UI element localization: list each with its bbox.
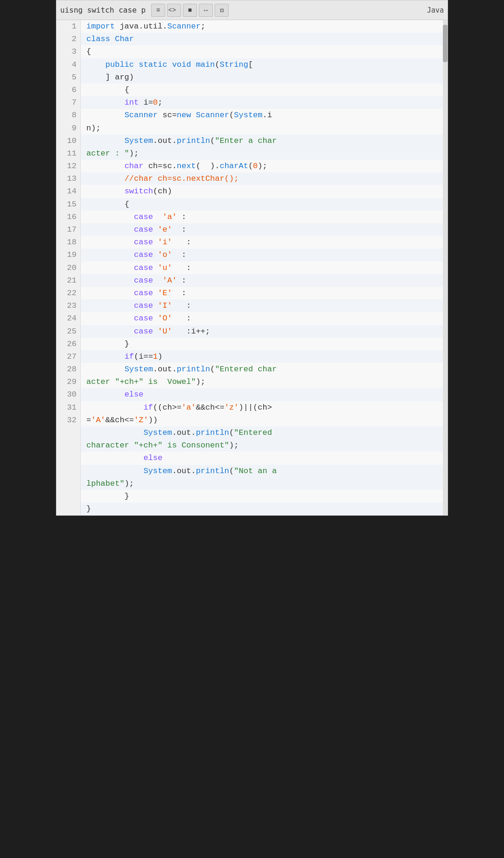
ln-2: 2 [56, 33, 80, 45]
code-btn[interactable]: <> [167, 4, 181, 17]
code-line-13: case 'a' : [81, 211, 448, 223]
ln-32: 32 [56, 414, 80, 426]
code-line-27: if((ch>='a'&&ch<='z')||(ch> ='A'&&ch<='Z… [81, 401, 448, 426]
code-line-25: System.out.println("Entered char acter "… [81, 363, 448, 388]
ln-27: 27 [56, 350, 80, 363]
toolbar: uisng switch case p ≡ <> ■ ↔ ⧈ Java [56, 0, 448, 20]
code-line-4: public static void main(String[ ] arg) [81, 58, 448, 84]
ln-31: 31 [56, 401, 80, 414]
ln-12: 12 [56, 160, 80, 172]
ln-14: 14 [56, 185, 80, 198]
ln-10: 10 [56, 135, 80, 147]
ln-30: 30 [56, 388, 80, 401]
scrollbar-thumb[interactable] [443, 25, 448, 62]
ln-1: 1 [56, 20, 80, 33]
ln-20: 20 [56, 262, 80, 274]
code-line-19: case 'E' : [81, 287, 448, 299]
menu-btn[interactable]: ≡ [151, 4, 165, 17]
ln-22: 22 [56, 287, 80, 299]
ln-18: 18 [56, 236, 80, 248]
code-line-32: } [81, 503, 448, 515]
ln-16: 16 [56, 211, 80, 223]
ln-13: 13 [56, 172, 80, 185]
ln-3: 3 [56, 45, 80, 58]
code-line-29: else [81, 452, 448, 464]
ln-25: 25 [56, 325, 80, 338]
code-line-30: System.out.println("Not an a lphabet"); [81, 465, 448, 490]
code-line-11: switch(ch) [81, 185, 448, 198]
code-line-22: case 'U' :i++; [81, 325, 448, 338]
ln-6: 6 [56, 84, 80, 96]
ln-21: 21 [56, 274, 80, 287]
ln-5: 5 [56, 71, 80, 84]
code-content[interactable]: import java.util.Scanner; class Char { p… [81, 20, 448, 515]
code-line-10: //char ch=sc.nextChar(); [81, 172, 448, 185]
ln-9: 9 [56, 122, 80, 135]
code-line-12: { [81, 198, 448, 211]
scrollbar[interactable] [443, 20, 448, 515]
code-line-6: int i=0; [81, 96, 448, 109]
code-line-8: System.out.println("Enter a char acter :… [81, 135, 448, 160]
code-line-3: { [81, 45, 448, 58]
ln-15: 15 [56, 198, 80, 211]
code-line-17: case 'u' : [81, 262, 448, 274]
code-line-5: { [81, 84, 448, 96]
ln-4: 4 [56, 58, 80, 71]
code-line-2: class Char [81, 33, 448, 45]
ln-29: 29 [56, 376, 80, 388]
arrows-btn[interactable]: ↔ [199, 4, 213, 17]
line-numbers: 1 2 3 4 5 6 7 8 9 10 11 12 13 14 15 16 1… [56, 20, 81, 515]
code-area: 1 2 3 4 5 6 7 8 9 10 11 12 13 14 15 16 1… [56, 20, 448, 515]
code-line-20: case 'I' : [81, 299, 448, 312]
ln-8: 8 [56, 109, 80, 121]
code-line-16: case 'o' : [81, 248, 448, 261]
code-line-21: case 'O' : [81, 312, 448, 325]
code-line-23: } [81, 338, 448, 350]
ln-7: 7 [56, 96, 80, 109]
ln-28: 28 [56, 363, 80, 376]
ln-17: 17 [56, 223, 80, 236]
code-line-7: Scanner sc=new Scanner(System.i n); [81, 109, 448, 134]
code-line-24: if(i==1) [81, 350, 448, 363]
ln-23: 23 [56, 299, 80, 312]
ln-26: 26 [56, 338, 80, 350]
code-line-1: import java.util.Scanner; [81, 20, 448, 33]
editor-container: uisng switch case p ≡ <> ■ ↔ ⧈ Java 1 2 … [56, 0, 448, 516]
code-line-26: else [81, 388, 448, 401]
square-btn[interactable]: ■ [183, 4, 197, 17]
code-line-14: case 'e' : [81, 223, 448, 236]
ln-11: 11 [56, 147, 80, 160]
editor-title: uisng switch case p [60, 6, 146, 14]
ln-19: 19 [56, 248, 80, 261]
code-line-15: case 'i' : [81, 236, 448, 248]
code-line-28: System.out.println("Entered character "+… [81, 426, 448, 452]
code-line-31: } [81, 490, 448, 503]
ln-24: 24 [56, 312, 80, 325]
box-btn[interactable]: ⧈ [215, 4, 229, 17]
code-line-9: char ch=sc.next( ).charAt(0); [81, 160, 448, 172]
language-label: Java [427, 6, 444, 14]
code-line-18: case 'A' : [81, 274, 448, 287]
